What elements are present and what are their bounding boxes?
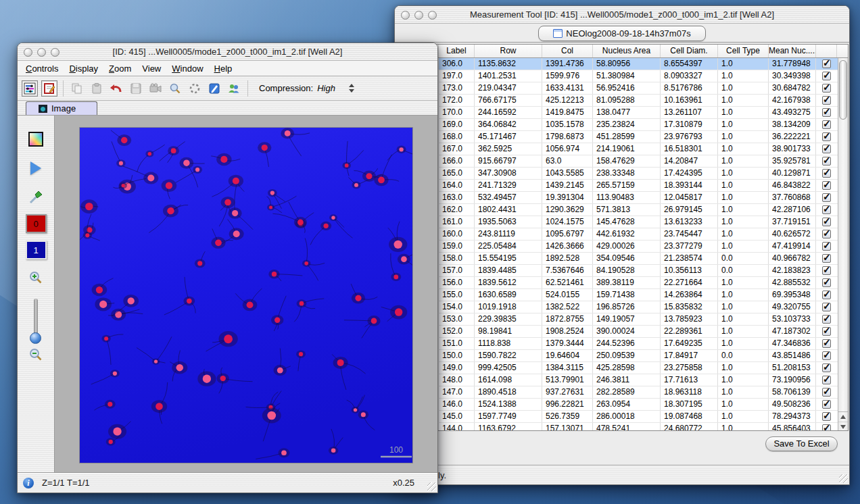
table-row[interactable]: 151.01118.8381379.3444244.5239617.649235…	[402, 338, 848, 350]
menu-window[interactable]: Window	[166, 64, 208, 74]
column-header-col[interactable]: Col	[542, 45, 593, 57]
table-header-row[interactable]: LabelRowColNucleus AreaCell Diam.Cell Ty…	[402, 45, 848, 58]
table-row[interactable]: 306.01135.86321391.473658.809568.6554397…	[402, 58, 848, 70]
undo-button[interactable]	[108, 80, 124, 97]
table-row[interactable]: 144.01163.6792157.13071478.524124.680772…	[402, 423, 848, 430]
measurement-table[interactable]: LabelRowColNucleus AreaCell Diam.Cell Ty…	[402, 44, 849, 431]
row-checkbox[interactable]	[822, 412, 831, 421]
menu-controls[interactable]: Controls	[20, 64, 64, 74]
scroll-down-button[interactable]	[838, 422, 848, 431]
table-row[interactable]: 158.015.5541951892.528354.0954621.238574…	[402, 253, 848, 265]
menu-bar[interactable]: ControlsDisplayZoomViewWindowHelp	[18, 61, 437, 76]
table-row[interactable]: 164.0241.713291439.2145265.5715918.39314…	[402, 180, 848, 192]
zoom-slider[interactable]	[29, 299, 43, 345]
row-checkbox[interactable]	[822, 424, 831, 430]
image-viewer-window[interactable]: [ID: 415] ...Well0005/mode1_z000_t000_im…	[17, 43, 438, 493]
column-header-blank[interactable]	[816, 45, 837, 57]
table-row[interactable]: 153.0229.398351872.8755149.1905713.78592…	[402, 313, 848, 326]
row-checkbox[interactable]	[822, 59, 831, 68]
row-checkbox[interactable]	[822, 108, 831, 117]
zoom-in-icon[interactable]	[28, 270, 43, 285]
menu-view[interactable]: View	[137, 64, 166, 74]
row-checkbox[interactable]	[822, 315, 831, 324]
row-checkbox[interactable]	[822, 120, 831, 129]
row-checkbox[interactable]	[822, 230, 831, 238]
paste-button[interactable]	[89, 80, 105, 97]
table-row[interactable]: 169.0364.068421035.1578235.2382417.31087…	[402, 119, 848, 131]
row-checkbox[interactable]	[822, 157, 831, 166]
row-checkbox[interactable]	[822, 181, 831, 190]
table-row[interactable]: 146.01524.1388996.22821263.095418.307195…	[402, 399, 848, 411]
color-picker-icon[interactable]	[28, 132, 43, 147]
table-row[interactable]: 160.0243.811191095.6797442.6193223.74544…	[402, 228, 848, 241]
table-row[interactable]: 166.0915.6679763.0158.4762914.208471.035…	[402, 155, 848, 168]
row-checkbox[interactable]	[822, 363, 831, 372]
table-row[interactable]: 161.01935.50631024.1575145.4762813.61323…	[402, 216, 848, 228]
row-checkbox[interactable]	[822, 339, 831, 348]
row-checkbox[interactable]	[822, 132, 831, 141]
edit-button[interactable]	[206, 80, 222, 97]
eyedropper-icon[interactable]	[28, 190, 43, 205]
table-row[interactable]: 154.01019.19181382.522196.8572615.835832…	[402, 301, 848, 313]
row-checkbox[interactable]	[822, 254, 831, 263]
users-button[interactable]	[226, 80, 242, 97]
scrollbar-thumb[interactable]	[839, 60, 847, 120]
image-window-titlebar[interactable]: [ID: 415] ...Well0005/mode1_z000_t000_im…	[18, 43, 437, 61]
table-row[interactable]: 155.01630.6589524.0155159.7143814.263864…	[402, 289, 848, 301]
resize-grip[interactable]	[427, 482, 436, 491]
zoom-window-button[interactable]	[51, 48, 59, 57]
copy-button[interactable]	[69, 80, 85, 97]
table-row[interactable]: 172.0766.67175425.1221381.09528810.16396…	[402, 95, 848, 107]
scroll-up-button[interactable]	[838, 412, 848, 422]
column-header-cell-type[interactable]: Cell Type	[718, 45, 769, 57]
row-checkbox[interactable]	[822, 96, 831, 105]
menu-help[interactable]: Help	[209, 64, 238, 74]
movie-button[interactable]	[147, 80, 164, 97]
row-checkbox[interactable]	[822, 84, 831, 93]
save-button[interactable]	[128, 80, 144, 97]
annotate-button[interactable]	[41, 80, 57, 97]
tab-image[interactable]: Image	[26, 101, 97, 115]
row-checkbox[interactable]	[822, 327, 831, 336]
table-row[interactable]: 148.01614.098513.79901246.381117.716131.…	[402, 374, 848, 386]
table-row[interactable]: 163.0532.4945719.391304113.9048312.04581…	[402, 192, 848, 204]
row-checkbox[interactable]	[822, 400, 831, 409]
row-checkbox[interactable]	[822, 278, 831, 287]
menu-zoom[interactable]: Zoom	[103, 64, 137, 74]
channel-1-button[interactable]: 1	[26, 241, 47, 259]
table-row[interactable]: 157.01839.44857.536764684.19052810.35611…	[402, 265, 848, 277]
column-header-cell-diam-[interactable]: Cell Diam.	[661, 45, 718, 57]
column-header-row[interactable]: Row	[475, 45, 542, 57]
minimize-button[interactable]	[37, 48, 46, 57]
table-row[interactable]: 197.01401.25311599.97651.3809848.0903327…	[402, 70, 848, 82]
row-checkbox[interactable]	[822, 205, 831, 214]
zoom-window-button[interactable]	[428, 11, 437, 20]
row-checkbox[interactable]	[822, 376, 831, 384]
row-checkbox[interactable]	[822, 351, 831, 360]
row-checkbox[interactable]	[822, 218, 831, 226]
table-row[interactable]: 168.045.1714671798.6873451.2859923.97679…	[402, 131, 848, 143]
resize-grip[interactable]	[839, 474, 848, 483]
row-checkbox[interactable]	[822, 388, 831, 397]
table-row[interactable]: 159.0225.054841426.3666429.0002623.37727…	[402, 241, 848, 253]
column-header-mean-nuc-[interactable]: Mean Nuc......	[769, 45, 816, 57]
table-row[interactable]: 150.01590.782219.64604250.0953917.849170…	[402, 350, 848, 362]
minimize-button[interactable]	[414, 11, 423, 20]
table-row[interactable]: 149.0999.425051384.3115425.2859823.27585…	[402, 362, 848, 374]
play-icon[interactable]	[30, 161, 41, 175]
row-checkbox[interactable]	[822, 291, 831, 299]
vertical-scrollbar[interactable]	[838, 58, 848, 430]
table-row[interactable]: 156.01839.561262.521461389.3811922.27166…	[402, 277, 848, 289]
close-button[interactable]	[24, 48, 32, 57]
column-header-nucleus-area[interactable]: Nucleus Area	[593, 45, 661, 57]
row-checkbox[interactable]	[822, 266, 831, 275]
zoom-out-icon[interactable]	[28, 347, 43, 362]
table-row[interactable]: 152.098.198411908.2524390.0002422.289361…	[402, 326, 848, 338]
table-row[interactable]: 145.01597.7749526.7359286.0001819.087468…	[402, 411, 848, 423]
display-settings-button[interactable]	[22, 80, 38, 97]
measurement-window-titlebar[interactable]: Measurement Tool [ID: 415] ...Well0005/m…	[395, 6, 849, 24]
row-checkbox[interactable]	[822, 303, 831, 311]
table-body[interactable]: 306.01135.86321391.473658.809568.6554397…	[402, 58, 848, 430]
table-row[interactable]: 147.01890.4518937.27631282.2858918.96311…	[402, 386, 848, 399]
measurement-tool-window[interactable]: Measurement Tool [ID: 415] ...Well0005/m…	[394, 5, 850, 485]
